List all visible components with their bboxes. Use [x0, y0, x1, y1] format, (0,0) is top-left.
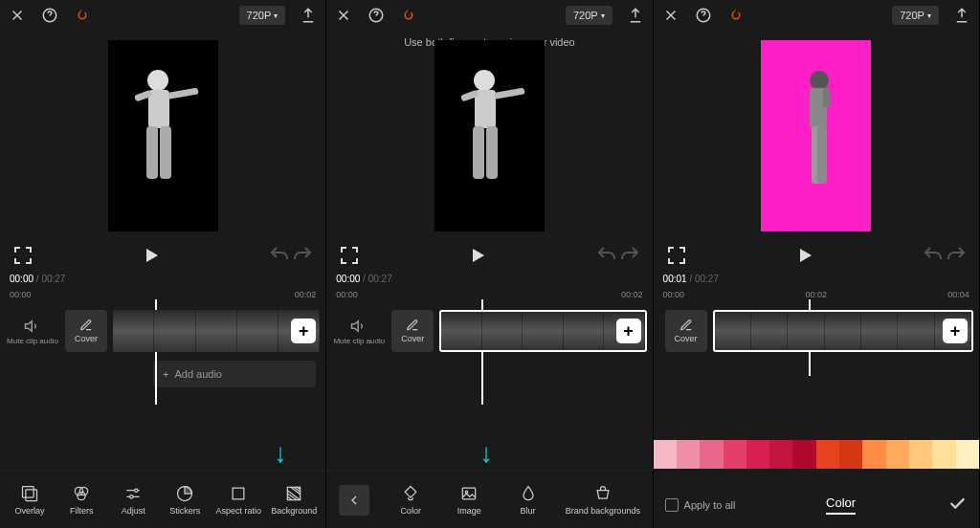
- mute-audio-button[interactable]: Mute clip audio: [332, 318, 386, 345]
- color-swatch[interactable]: [654, 440, 677, 469]
- color-swatch[interactable]: [886, 440, 909, 469]
- undo-button[interactable]: [595, 244, 618, 267]
- playback-controls: [654, 241, 979, 270]
- flame-icon[interactable]: [73, 6, 92, 25]
- annotation-arrow-icon: ↓: [479, 438, 493, 469]
- back-button[interactable]: [339, 485, 369, 516]
- svg-point-11: [78, 492, 85, 499]
- color-swatch[interactable]: [956, 440, 979, 469]
- video-preview[interactable]: Use both fingers to resize your video: [326, 31, 652, 241]
- cover-label: Cover: [75, 334, 98, 343]
- color-swatch[interactable]: [746, 440, 769, 469]
- svg-rect-2: [148, 90, 169, 128]
- nav-image[interactable]: Image: [448, 484, 490, 516]
- cover-button[interactable]: Cover: [65, 310, 107, 352]
- time-ruler: 00:0000:02: [0, 290, 325, 299]
- svg-rect-15: [233, 488, 244, 499]
- nav-blur[interactable]: Blur: [507, 484, 549, 516]
- play-button[interactable]: [140, 244, 163, 267]
- svg-point-27: [810, 71, 829, 90]
- top-bar: 720P: [326, 0, 652, 31]
- close-icon[interactable]: [334, 6, 353, 25]
- redo-button[interactable]: [945, 244, 968, 267]
- color-swatch[interactable]: [677, 440, 700, 469]
- color-swatch[interactable]: [769, 440, 792, 469]
- flame-icon[interactable]: [399, 6, 418, 25]
- export-icon[interactable]: [952, 6, 971, 25]
- color-swatch[interactable]: [909, 440, 932, 469]
- playback-controls: [326, 241, 652, 270]
- nav-stickers[interactable]: Stickers: [164, 484, 206, 516]
- confirm-button[interactable]: [947, 493, 968, 517]
- video-clip-selected[interactable]: +: [713, 310, 973, 352]
- color-swatch[interactable]: [932, 440, 955, 469]
- nav-aspect-ratio[interactable]: Aspect ratio: [215, 484, 261, 516]
- nav-adjust[interactable]: Adjust: [112, 484, 154, 516]
- nav-filters[interactable]: Filters: [60, 484, 102, 516]
- time-ruler: 00:0000:02: [326, 290, 652, 299]
- resolution-button[interactable]: 720P: [239, 6, 286, 25]
- svg-rect-4: [167, 87, 199, 99]
- time-ruler: 00:0000:0200:04: [654, 290, 979, 299]
- svg-rect-7: [23, 487, 34, 498]
- nav-color[interactable]: Color: [390, 484, 432, 516]
- color-swatch[interactable]: [839, 440, 862, 469]
- video-clip[interactable]: +: [113, 310, 320, 352]
- add-clip-button[interactable]: +: [943, 319, 968, 343]
- export-icon[interactable]: [626, 6, 645, 25]
- nav-background[interactable]: Background: [271, 484, 317, 516]
- add-clip-button[interactable]: +: [616, 319, 641, 343]
- help-icon[interactable]: [40, 6, 59, 25]
- video-preview[interactable]: [654, 31, 979, 241]
- play-button[interactable]: [793, 244, 816, 267]
- undo-button[interactable]: [268, 244, 291, 267]
- svg-rect-5: [146, 126, 158, 179]
- video-clip-selected[interactable]: +: [439, 310, 646, 352]
- close-icon[interactable]: [661, 6, 680, 25]
- color-swatch[interactable]: [862, 440, 885, 469]
- color-swatch[interactable]: [792, 440, 815, 469]
- screen-3-color-picker: 720P 00:01 / 00:27 00:0000:0200:04 Cover…: [654, 0, 980, 528]
- fullscreen-icon[interactable]: [665, 244, 688, 267]
- video-preview[interactable]: [0, 31, 325, 241]
- cover-button[interactable]: Cover: [391, 310, 434, 352]
- flame-icon[interactable]: [726, 6, 746, 25]
- timeline[interactable]: Cover +: [654, 299, 979, 376]
- color-swatch[interactable]: [700, 440, 723, 469]
- add-audio-button[interactable]: +Add audio: [153, 361, 316, 387]
- fullscreen-icon[interactable]: [338, 244, 361, 267]
- resolution-button[interactable]: 720P: [892, 6, 939, 25]
- nav-brand-backgrounds[interactable]: Brand backgrounds: [566, 484, 640, 516]
- redo-button[interactable]: [618, 244, 641, 267]
- svg-rect-31: [817, 126, 827, 184]
- close-icon[interactable]: [8, 6, 27, 25]
- color-swatch[interactable]: [724, 440, 746, 469]
- nav-overlay[interactable]: Overlay: [9, 484, 51, 516]
- timecode: 00:01 / 00:27: [654, 270, 979, 288]
- color-tab[interactable]: Color: [826, 495, 856, 515]
- redo-button[interactable]: [291, 244, 314, 267]
- mute-label: Mute clip audio: [7, 337, 58, 345]
- undo-button[interactable]: [922, 244, 945, 267]
- timeline[interactable]: Mute clip audio Cover + +Add audio: [0, 299, 325, 405]
- svg-rect-29: [823, 88, 830, 107]
- export-icon[interactable]: [299, 6, 318, 25]
- cover-button[interactable]: Cover: [665, 310, 707, 352]
- mute-audio-button[interactable]: Mute clip audio: [6, 318, 59, 345]
- color-swatch-bar[interactable]: [654, 440, 979, 469]
- color-swatch[interactable]: [816, 440, 839, 469]
- svg-rect-22: [473, 126, 484, 179]
- bottom-toolbar: Overlay Filters Adjust Stickers Aspect r…: [0, 471, 325, 528]
- fullscreen-icon[interactable]: [11, 244, 34, 267]
- screen-2-background-menu: 720P Use both fingers to resize your vid…: [326, 0, 653, 528]
- screen-1-main-editor: 720P 00:00 / 00:27 00:0000:02 Mute clip …: [0, 0, 326, 528]
- resolution-button[interactable]: 720P: [566, 6, 612, 25]
- help-icon[interactable]: [367, 6, 386, 25]
- color-picker-footer: Apply to all Color: [654, 482, 979, 528]
- annotation-arrow-icon: ↓: [274, 438, 287, 469]
- play-button[interactable]: [466, 244, 489, 267]
- timeline[interactable]: Mute clip audio Cover +: [326, 299, 652, 405]
- help-icon[interactable]: [694, 6, 713, 25]
- add-clip-button[interactable]: +: [291, 319, 316, 343]
- apply-to-all-checkbox[interactable]: Apply to all: [665, 498, 736, 512]
